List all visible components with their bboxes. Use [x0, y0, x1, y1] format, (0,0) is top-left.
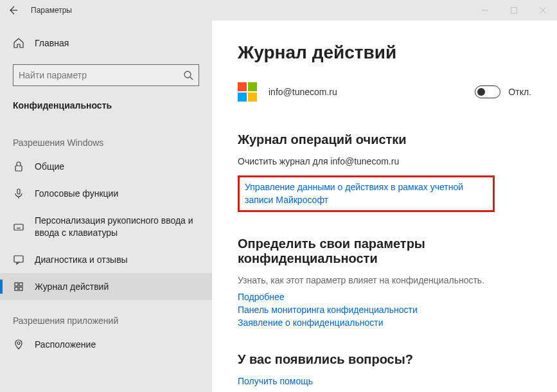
lock-icon [13, 161, 24, 172]
svg-rect-1 [511, 8, 517, 13]
account-row: info@tunecom.ru Откл. [238, 82, 531, 102]
privacy-dashboard-link[interactable]: Панель мониторинга конфиденциальности [238, 305, 531, 315]
sidebar: Главная Конфиденциальность Разрешения Wi… [0, 21, 212, 392]
window-title: Параметры [26, 6, 72, 15]
group-header-apps: Разрешения приложений [0, 300, 212, 331]
get-help-link[interactable]: Получить помощь [238, 376, 531, 386]
questions-heading: У вас появились вопросы? [238, 352, 531, 367]
search-input[interactable] [19, 70, 183, 80]
svg-rect-13 [14, 256, 23, 262]
sidebar-item-label: Диагностика и отзывы [35, 254, 128, 265]
sidebar-item-activity-history[interactable]: Журнал действий [0, 273, 212, 300]
home-label: Главная [35, 38, 69, 48]
svg-rect-14 [15, 283, 18, 286]
svg-point-4 [184, 71, 191, 78]
svg-rect-8 [14, 224, 23, 230]
privacy-heading: Определить свои параметры конфиденциальн… [238, 236, 531, 266]
svg-rect-16 [15, 287, 18, 290]
home-link[interactable]: Главная [0, 31, 212, 55]
sidebar-item-inking[interactable]: Персонализация рукописного ввода и ввода… [0, 207, 212, 245]
current-section-label: Конфиденциальность [0, 98, 212, 122]
page-title: Журнал действий [238, 42, 531, 63]
sidebar-item-general[interactable]: Общие [0, 153, 212, 180]
arrow-left-icon [8, 5, 18, 15]
titlebar: Параметры [0, 0, 557, 21]
svg-point-18 [17, 342, 20, 344]
location-icon [13, 339, 24, 350]
search-icon [183, 70, 193, 80]
feedback-icon [13, 254, 24, 265]
minimize-button[interactable] [470, 0, 499, 21]
search-box[interactable] [13, 64, 199, 86]
mic-icon [13, 188, 24, 199]
close-button[interactable] [528, 0, 557, 21]
sidebar-item-label: Голосовые функции [35, 188, 118, 199]
group-header-windows: Разрешения Windows [0, 122, 212, 153]
svg-rect-7 [17, 189, 20, 194]
account-email: info@tunecom.ru [269, 87, 475, 97]
activity-toggle[interactable] [475, 85, 500, 98]
highlight-box: Управление данными о действиях в рамках … [238, 175, 495, 212]
manage-ms-data-link[interactable]: Управление данными о действиях в рамках … [245, 181, 488, 206]
learn-more-link[interactable]: Подробнее [238, 292, 531, 302]
sidebar-item-speech[interactable]: Голосовые функции [0, 180, 212, 207]
back-button[interactable] [0, 0, 26, 21]
sidebar-item-location[interactable]: Расположение [0, 331, 212, 358]
sidebar-item-label: Общие [35, 161, 64, 172]
sidebar-item-label: Расположение [35, 339, 96, 350]
svg-rect-6 [15, 166, 22, 171]
svg-rect-15 [19, 283, 22, 286]
clear-text: Очистить журнал для info@tunecom.ru [238, 156, 531, 166]
keyboard-icon [13, 221, 24, 233]
toggle-label: Откл. [508, 87, 531, 97]
sidebar-item-label: Журнал действий [35, 281, 109, 292]
sidebar-item-diagnostics[interactable]: Диагностика и отзывы [0, 246, 212, 273]
home-icon [13, 37, 24, 49]
sidebar-item-label: Персонализация рукописного ввода и ввода… [35, 215, 199, 238]
main-content: Журнал действий info@tunecom.ru Откл. Жу… [212, 21, 557, 392]
privacy-text: Узнать, как этот параметр влияет на конф… [238, 275, 531, 285]
windows-logo-icon [238, 82, 257, 102]
privacy-statement-link[interactable]: Заявление о конфиденциальности [238, 317, 531, 328]
maximize-button[interactable] [499, 0, 528, 21]
history-icon [13, 281, 24, 292]
svg-rect-17 [19, 287, 22, 290]
clear-heading: Журнал операций очистки [238, 132, 531, 147]
svg-line-5 [190, 77, 193, 80]
